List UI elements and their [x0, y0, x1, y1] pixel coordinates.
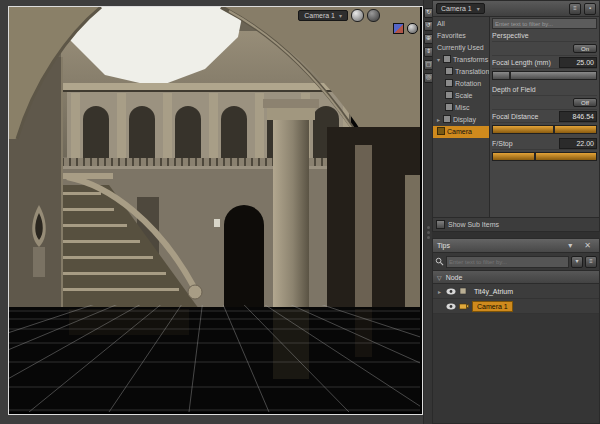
splitter-grip-icon [427, 226, 430, 239]
param-tree-rotation[interactable]: Rotation [433, 78, 489, 90]
focal-distance-slider[interactable] [492, 125, 597, 134]
param-group-currently-used[interactable]: Currently Used [433, 42, 489, 54]
parameters-group-list: All Favorites Currently Used ▾Transforms… [433, 17, 490, 217]
draw-style-sphere-icon[interactable] [351, 9, 364, 22]
tips-label: Tips [437, 242, 560, 249]
param-tree-scale[interactable]: Scale [433, 90, 489, 102]
chevron-down-icon[interactable]: ▾ [564, 240, 576, 252]
fstop-label: F/Stop [492, 140, 513, 147]
chevron-down-icon: ▾ [339, 12, 342, 19]
scene-node-label: Camera 1 [472, 301, 513, 312]
tips-bar: Tips ▾ ✕ [433, 239, 599, 253]
param-tree-transforms[interactable]: ▾Transforms [433, 54, 489, 66]
viewport[interactable]: Camera 1 ▾ [8, 6, 423, 415]
visibility-eye-icon[interactable] [446, 303, 456, 310]
sub-items-icon [436, 220, 445, 229]
parameters-header: Camera 1 ▾ ≡ ▪ [433, 1, 599, 17]
scene-empty-area [433, 314, 599, 423]
param-group-all[interactable]: All [433, 18, 489, 30]
scene-node-label: Tit4y_Atrium [470, 287, 517, 296]
scene-node-row-camera[interactable]: Camera 1 [433, 299, 599, 314]
viewport-camera-selector[interactable]: Camera 1 ▾ [298, 10, 348, 21]
scene-menu-icon[interactable]: ≡ [585, 256, 597, 268]
group-icon [445, 91, 453, 99]
focal-length-slider[interactable] [492, 71, 597, 80]
viewport-scene[interactable] [9, 7, 420, 412]
focal-distance-value[interactable]: 846.54 [559, 111, 597, 122]
focal-distance-label: Focal Distance [492, 113, 538, 120]
group-icon [443, 55, 451, 63]
camera-group-icon [437, 127, 445, 135]
scene-column-header[interactable]: ▽ Node [433, 271, 599, 284]
group-icon [443, 115, 451, 123]
view-cube-icon[interactable] [393, 23, 404, 34]
tree-expand-icon[interactable]: ▸ [436, 288, 443, 295]
panel-pin-icon[interactable]: ▪ [584, 3, 596, 15]
camera-view-ball-icon[interactable] [407, 23, 418, 34]
scene-filter-input[interactable] [446, 256, 569, 268]
app-window: Camera 1 ▾ ↻ ↺ ⊕ ⇕ ▢ ◎ Camera 1 [0, 0, 600, 424]
camera-node-icon [459, 302, 469, 310]
prop-node-icon [459, 287, 467, 295]
focal-length-value[interactable]: 25.00 [559, 57, 597, 68]
parameters-properties: Perspective On Focal Length (mm) 25.00 D… [490, 17, 599, 217]
search-icon [435, 257, 444, 266]
group-icon [445, 67, 453, 75]
parameters-filter-input[interactable] [492, 18, 597, 29]
parameters-node-selector[interactable]: Camera 1 ▾ [436, 3, 485, 14]
param-tree-camera[interactable]: Camera [433, 126, 489, 138]
show-sub-items-label: Show Sub Items [448, 221, 499, 228]
perspective-toggle-button[interactable]: On [573, 44, 597, 53]
fstop-slider[interactable] [492, 152, 597, 161]
perspective-label: Perspective [492, 32, 529, 39]
chevron-down-icon: ▾ [477, 5, 480, 12]
scene-node-row-atrium[interactable]: ▸ Tit4y_Atrium [433, 284, 599, 299]
parameters-node-label: Camera 1 [441, 5, 472, 12]
focal-length-label: Focal Length (mm) [492, 59, 551, 66]
visibility-eye-icon[interactable] [446, 288, 456, 295]
param-group-favorites[interactable]: Favorites [433, 30, 489, 42]
param-tree-translation[interactable]: Translation [433, 66, 489, 78]
group-icon [445, 103, 453, 111]
scene-search-bar: ▾ ≡ [433, 253, 599, 271]
fstop-value[interactable]: 22.00 [559, 138, 597, 149]
sort-triangle-icon: ▽ [437, 274, 442, 281]
parameters-panel: Camera 1 ▾ ≡ ▪ All Favorites Currently U… [432, 0, 600, 232]
viewport-camera-label: Camera 1 [304, 12, 335, 19]
filter-options-icon[interactable]: ▾ [571, 256, 583, 268]
group-icon [445, 79, 453, 87]
node-column-label: Node [446, 274, 463, 281]
close-icon[interactable]: ✕ [580, 240, 595, 252]
param-tree-display[interactable]: ▸Display [433, 114, 489, 126]
scene-panel: Tips ▾ ✕ ▾ ≡ ▽ Node ▸ [432, 238, 600, 424]
depth-of-field-toggle-button[interactable]: Off [573, 98, 597, 107]
render-options-icon[interactable] [367, 9, 380, 22]
panel-menu-icon[interactable]: ≡ [569, 3, 581, 15]
param-tree-misc[interactable]: Misc [433, 102, 489, 114]
right-dock: Camera 1 ▾ ≡ ▪ All Favorites Currently U… [432, 0, 600, 424]
depth-of-field-label: Depth of Field [492, 86, 536, 93]
show-sub-items-bar[interactable]: Show Sub Items [433, 217, 599, 231]
